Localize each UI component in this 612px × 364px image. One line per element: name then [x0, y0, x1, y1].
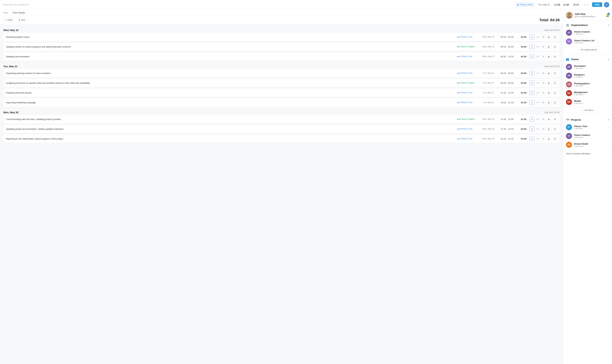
play-button[interactable]: ▶: [547, 71, 551, 76]
copy-button[interactable]: ⧉: [541, 127, 546, 131]
tag-button[interactable]: 🏷: [535, 100, 540, 105]
delete-button[interactable]: 🗑: [552, 80, 557, 85]
list-item[interactable]: PH Photographers 3 Members ›: [563, 80, 612, 89]
billing-button[interactable]: $: [529, 90, 534, 95]
billing-button[interactable]: $: [529, 100, 534, 105]
breadcrumb-main[interactable]: Main: [3, 12, 8, 14]
list-item[interactable]: DE Designers 3 Members ›: [563, 71, 612, 80]
list-item[interactable]: MO Mobile 2 Members ›: [563, 98, 612, 106]
all-teams-link[interactable]: → All teams: [566, 107, 610, 113]
tag-button[interactable]: 🏷: [535, 35, 540, 39]
time-end-input[interactable]: [563, 3, 569, 6]
time-end[interactable]: 11:30: [508, 101, 514, 104]
time-end[interactable]: 00:00: [508, 82, 514, 84]
time-end[interactable]: 12:45: [508, 91, 514, 94]
add-button[interactable]: ADD: [592, 2, 602, 7]
copy-button[interactable]: ⧉: [541, 136, 546, 141]
entry-project[interactable]: ▶ Fitness Time: [457, 36, 479, 38]
billing-button[interactable]: $: [529, 117, 534, 121]
filter-button[interactable]: ▽ Filter: [3, 17, 15, 22]
entry-project[interactable]: ▶ Fitness Time: [457, 72, 479, 74]
billing-button[interactable]: $: [529, 54, 534, 59]
time-start[interactable]: 09:30: [501, 55, 506, 58]
teams-header[interactable]: 👥 Teams ∨: [563, 55, 612, 63]
play-button[interactable]: ▶: [547, 44, 551, 49]
copy-button[interactable]: ⧉: [541, 54, 546, 59]
billing-button[interactable]: $: [529, 80, 534, 85]
time-end[interactable]: 00:00: [508, 72, 514, 75]
billing-button[interactable]: $: [529, 136, 534, 141]
delete-button[interactable]: 🗑: [552, 100, 557, 105]
delete-button[interactable]: 🗑: [552, 127, 557, 131]
entry-project[interactable]: ▶ Vision Creators: [457, 118, 479, 120]
copy-button[interactable]: ⧉: [541, 71, 546, 76]
organizations-header[interactable]: 🏢 Organizations ∨: [563, 21, 612, 28]
entry-project[interactable]: ▶ Fitness Time: [457, 101, 479, 104]
time-start[interactable]: 00:00: [501, 46, 506, 48]
billing-button[interactable]: $: [529, 44, 534, 49]
tag-button[interactable]: 🏷: [535, 44, 540, 49]
time-start[interactable]: 14:45: [501, 118, 506, 120]
entry-project[interactable]: ▶ Fitness Time: [457, 55, 479, 58]
search-placeholder[interactable]: What have you worked on?: [3, 3, 514, 6]
entry-project[interactable]: ▶ Fitness Time: [457, 138, 479, 140]
current-project[interactable]: ▶ Fitness Time: [516, 2, 534, 7]
notification-button[interactable]: 🔔 1: [606, 13, 609, 17]
time-start[interactable]: 11:43: [501, 128, 506, 130]
list-item[interactable]: VC Vision Creators 3 Members ›: [563, 132, 612, 140]
play-button[interactable]: ▶: [547, 90, 551, 95]
delete-button[interactable]: 🗑: [552, 44, 557, 49]
tag-button[interactable]: 🏷: [535, 127, 540, 131]
delete-button[interactable]: 🗑: [552, 71, 557, 76]
list-item[interactable]: MA Management 2 Members ›: [563, 89, 612, 98]
delete-button[interactable]: 🗑: [552, 90, 557, 95]
entry-project[interactable]: ▶ Vision Creators: [457, 82, 479, 84]
tag-button[interactable]: 🏷: [535, 90, 540, 95]
billing-button[interactable]: $: [529, 71, 534, 76]
play-button[interactable]: ▶: [547, 117, 551, 121]
time-start-input[interactable]: [554, 3, 560, 6]
play-button[interactable]: ▶: [547, 136, 551, 141]
tag-button[interactable]: 🏷: [535, 54, 540, 59]
delete-button[interactable]: 🗑: [552, 136, 557, 141]
entry-project[interactable]: ▶ Fitness Time: [457, 128, 479, 130]
play-button[interactable]: ▶: [547, 35, 551, 39]
delete-button[interactable]: 🗑: [552, 54, 557, 59]
dollar-icon[interactable]: $: [584, 3, 585, 6]
list-item[interactable]: DE Developers 4 Members ›: [563, 63, 612, 71]
copy-button[interactable]: ⧉: [541, 44, 546, 49]
timer-toggle-button[interactable]: ⏱: [604, 2, 609, 7]
copy-button[interactable]: ⧉: [541, 117, 546, 121]
tag-icon[interactable]: 🏷: [587, 3, 589, 6]
play-button[interactable]: ▶: [547, 54, 551, 59]
play-button[interactable]: ▶: [547, 80, 551, 85]
time-end[interactable]: 15:45: [508, 118, 514, 120]
delete-button[interactable]: 🗑: [552, 35, 557, 39]
time-end[interactable]: 00:00: [508, 46, 514, 48]
entry-project[interactable]: ▶ Vision Creators: [457, 46, 479, 48]
list-item[interactable]: FT Fitness Time 4 Members ›: [563, 123, 612, 132]
tag-button[interactable]: 🏷: [535, 71, 540, 76]
time-start[interactable]: 00:00: [501, 82, 506, 84]
time-end[interactable]: 14:43: [508, 128, 514, 130]
time-start[interactable]: 10:42: [501, 138, 506, 140]
sort-button[interactable]: ⇅ Sort: [16, 17, 27, 22]
time-end[interactable]: 12:00: [508, 55, 514, 58]
billing-button[interactable]: $: [529, 127, 534, 131]
list-item[interactable]: VC Vision Creators Ltd 3 Members ›: [563, 37, 612, 46]
delete-button[interactable]: 🗑: [552, 117, 557, 121]
all-organizations-link[interactable]: → All organizations: [566, 47, 610, 52]
copy-button[interactable]: ⧉: [541, 90, 546, 95]
time-start[interactable]: 10:00: [501, 101, 506, 104]
tag-button[interactable]: 🏷: [535, 117, 540, 121]
play-button[interactable]: ▶: [547, 127, 551, 131]
play-button[interactable]: ▶: [547, 100, 551, 105]
copy-button[interactable]: ⧉: [541, 100, 546, 105]
copy-button[interactable]: ⧉: [541, 80, 546, 85]
tag-button[interactable]: 🏷: [535, 80, 540, 85]
projects-header[interactable]: </> Projects ∨: [563, 116, 612, 123]
time-end[interactable]: 11:42: [508, 138, 514, 140]
billing-button[interactable]: $: [529, 35, 534, 39]
time-end[interactable]: 00:00: [508, 36, 514, 38]
list-item[interactable]: VC Vision Creators 7 Members ›: [563, 28, 612, 37]
